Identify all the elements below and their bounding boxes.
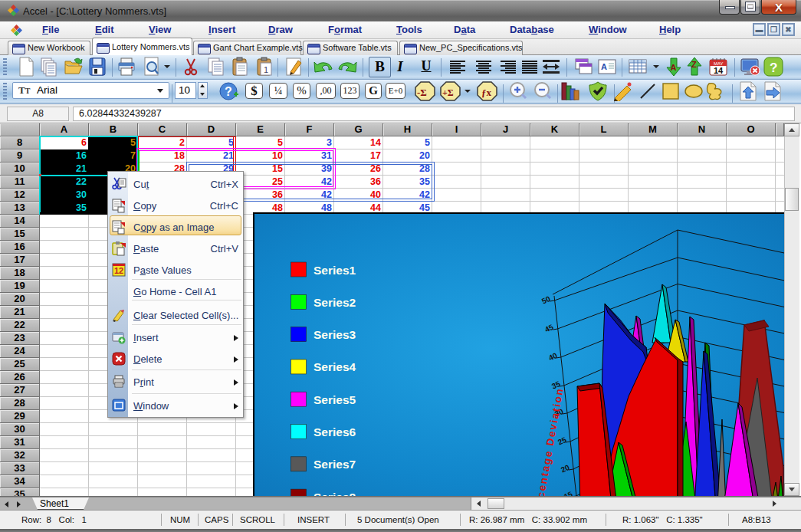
svg-text:Z: Z: [691, 60, 697, 69]
svg-text:MAY: MAY: [714, 61, 724, 66]
svg-text:12: 12: [114, 266, 123, 275]
svg-text:Series1: Series1: [314, 264, 356, 277]
svg-text:-Σ: -Σ: [417, 87, 427, 98]
svg-text:A: A: [671, 63, 677, 72]
svg-text:Series5: Series5: [314, 393, 356, 406]
svg-text:Series7: Series7: [314, 458, 356, 471]
svg-text:ƒx: ƒx: [481, 87, 492, 98]
svg-text:?: ?: [770, 61, 777, 75]
svg-text:+Σ: +Σ: [442, 87, 454, 98]
svg-text:?: ?: [225, 85, 232, 98]
svg-text:Series2: Series2: [314, 296, 356, 309]
svg-text:Series4: Series4: [314, 360, 356, 373]
svg-text:A: A: [601, 62, 607, 71]
svg-text:Series3: Series3: [314, 328, 356, 341]
svg-text:Series6: Series6: [314, 425, 356, 438]
svg-text:Series8: Series8: [314, 491, 356, 496]
svg-text:14: 14: [714, 66, 724, 75]
svg-text:1: 1: [264, 65, 268, 74]
